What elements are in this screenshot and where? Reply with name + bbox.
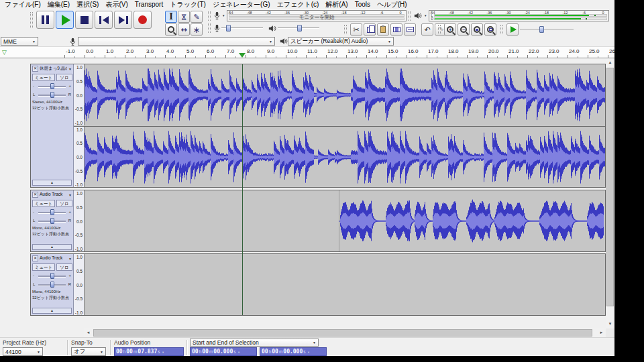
slider-thumb[interactable] <box>297 25 302 32</box>
slider-thumb[interactable] <box>539 26 544 33</box>
track-name[interactable]: Audio Track <box>40 255 67 260</box>
gain-slider[interactable]: -+ <box>33 208 71 216</box>
slider-thumb[interactable] <box>50 282 54 288</box>
fit-selection-button[interactable] <box>471 23 483 36</box>
toolbar-grip[interactable] <box>208 23 211 33</box>
track-menu-icon[interactable]: ▼ <box>68 257 72 261</box>
selection-start-field[interactable]: 00h 00m 00.000s ▾ <box>190 347 257 356</box>
solo-button[interactable]: ソロ <box>56 200 72 207</box>
mute-button[interactable]: ミュート <box>32 74 55 81</box>
pan-slider[interactable]: LR <box>33 217 71 225</box>
cut-button[interactable]: ✂ <box>350 23 362 36</box>
toolbar-grip[interactable] <box>344 25 347 34</box>
vertical-scrollbar[interactable]: ▲ ▼ <box>606 58 614 328</box>
waveform-track1-ch1[interactable] <box>85 64 605 125</box>
mute-button[interactable]: ミュート <box>32 263 55 271</box>
undo-button[interactable]: ↶ <box>421 23 433 36</box>
multi-tool-button[interactable]: ∗ <box>191 23 203 36</box>
menu-item-2[interactable]: 編集(E) <box>44 0 73 9</box>
vertical-scale[interactable]: 1.00.50.0-0.5-1.0 <box>74 127 85 187</box>
paste-button[interactable] <box>377 23 389 36</box>
audio-position-field[interactable]: 00h 00m 07.837s ▾ <box>114 347 184 356</box>
play-at-speed-button[interactable] <box>506 23 519 36</box>
fit-project-button[interactable] <box>484 23 496 36</box>
chevron-down-icon[interactable]: ▼ <box>424 14 427 17</box>
silence-audio-button[interactable] <box>404 23 416 36</box>
selection-end-field[interactable]: 00h 00m 00.000s ▾ <box>260 347 327 356</box>
scroll-up-icon[interactable]: ▲ <box>606 58 614 67</box>
record-button[interactable] <box>133 11 152 29</box>
collapse-button[interactable]: ▲ <box>32 308 72 314</box>
gain-slider[interactable]: -+ <box>33 82 71 90</box>
monitor-start-label[interactable]: モニターを開始 <box>227 14 406 21</box>
skip-to-end-button[interactable] <box>114 11 132 29</box>
slider-thumb[interactable] <box>50 83 54 89</box>
zoom-out-button[interactable]: − <box>458 23 470 36</box>
track-close-button[interactable]: ✕ <box>32 66 38 72</box>
menu-item-11[interactable]: ヘルプ(H) <box>374 0 411 9</box>
trim-audio-button[interactable] <box>390 23 402 36</box>
menu-item-4[interactable]: 表示(V) <box>102 0 131 9</box>
envelope-tool-button[interactable]: ⋈ <box>178 11 190 23</box>
playback-device-combo[interactable]: スピーカー (Realtek(R) Audio)▼ <box>288 37 394 46</box>
slider-thumb[interactable] <box>50 218 54 224</box>
play-speed-slider[interactable] <box>520 25 574 34</box>
toolbar-grip[interactable] <box>30 12 33 28</box>
pan-slider[interactable]: LR <box>33 91 71 99</box>
vertical-scale[interactable]: 1.00.50.0-0.5-1.0 <box>74 64 85 125</box>
toolbar-grip[interactable] <box>438 25 441 34</box>
timeshift-tool-button[interactable]: ↔ <box>178 23 190 36</box>
menu-item-9[interactable]: 解析(A) <box>322 0 351 9</box>
scroll-left-icon[interactable]: ◄ <box>84 328 93 337</box>
track-close-button[interactable]: ✕ <box>32 255 38 261</box>
play-button[interactable] <box>56 11 74 29</box>
slider-thumb[interactable] <box>226 25 231 32</box>
menu-item-6[interactable]: トラック(T) <box>166 0 209 9</box>
recording-meter[interactable]: -54-48-42-36-30-24-18-12-60 モニターを開始 <box>227 10 407 21</box>
horizontal-scrollbar[interactable]: ◄ ► <box>84 328 606 337</box>
waveform-track1-ch2[interactable] <box>85 127 605 188</box>
slider-thumb[interactable] <box>50 92 54 98</box>
vertical-scroll-thumb[interactable] <box>606 68 614 306</box>
collapse-button[interactable]: ▲ <box>32 244 72 250</box>
menu-item-1[interactable]: ファイル(F) <box>1 0 44 9</box>
snap-to-combo[interactable]: オフ▼ <box>71 347 106 356</box>
solo-button[interactable]: ソロ <box>56 74 72 81</box>
toolbar-grip[interactable] <box>500 25 503 34</box>
menu-item-10[interactable]: Tools <box>352 0 374 9</box>
recording-volume-slider[interactable] <box>221 24 263 32</box>
menu-item-3[interactable]: 選択(S) <box>73 0 102 9</box>
scroll-right-icon[interactable]: ► <box>597 328 606 337</box>
stop-button[interactable] <box>75 11 93 29</box>
gain-slider[interactable]: -+ <box>33 272 71 280</box>
pan-slider[interactable]: LR <box>33 281 71 288</box>
zoom-in-button[interactable]: + <box>444 23 456 36</box>
zoom-tool-button[interactable] <box>165 23 177 36</box>
slider-thumb[interactable] <box>50 273 54 279</box>
skip-to-start-button[interactable] <box>95 11 113 29</box>
draw-tool-button[interactable]: ✎ <box>191 11 203 23</box>
selection-tool-button[interactable]: I <box>165 11 177 23</box>
chevron-down-icon[interactable]: ▼ <box>222 14 225 17</box>
scroll-down-icon[interactable]: ▼ <box>606 320 614 328</box>
menu-item-5[interactable]: Transport <box>131 0 166 9</box>
mute-button[interactable]: ミュート <box>32 200 55 207</box>
track-close-button[interactable]: ✕ <box>32 192 38 198</box>
horizontal-scroll-thumb[interactable] <box>93 329 592 337</box>
audio-host-combo[interactable]: MME▼ <box>1 37 38 46</box>
menu-item-8[interactable]: エフェクト(c) <box>274 0 323 9</box>
slider-thumb[interactable] <box>50 209 54 215</box>
pause-button[interactable] <box>36 11 54 29</box>
toolbar-grip[interactable] <box>208 11 211 21</box>
collapse-button[interactable]: ▲ <box>32 180 72 186</box>
track-name[interactable]: Audio Track <box>40 192 67 196</box>
vertical-scale[interactable]: 1.00.50.0-0.5-1.0 <box>74 254 85 315</box>
track-menu-icon[interactable]: ▼ <box>68 67 72 71</box>
copy-button[interactable] <box>364 23 376 36</box>
vertical-scale[interactable]: 1.00.50.0-0.5-1.0 <box>74 190 85 251</box>
recording-device-combo[interactable]: ▼ <box>78 37 275 46</box>
timeline-ruler[interactable]: ▽ -1.00.01.02.03.04.05.06.07.08.09.010.0… <box>0 46 614 58</box>
waveform-track3-ch1[interactable] <box>85 254 605 315</box>
project-rate-combo[interactable]: 44100▼ <box>3 347 43 356</box>
playhead-triangle-icon[interactable] <box>239 53 246 58</box>
